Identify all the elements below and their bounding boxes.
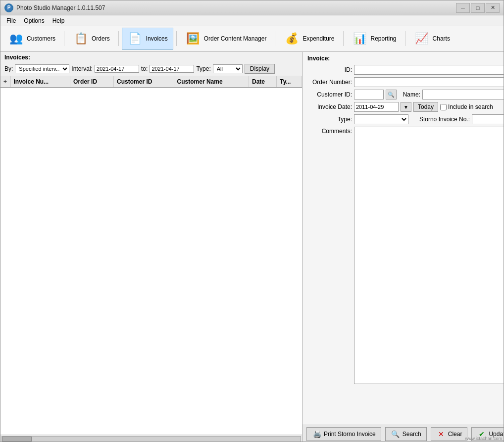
- toolbar-label-reporting: Reporting: [371, 35, 397, 42]
- horizontal-scrollbar[interactable]: [0, 435, 302, 442]
- toolbar-icon-order-content-manager: 🖼️: [185, 31, 201, 47]
- toolbar-divider-4: [343, 31, 344, 46]
- toolbar-divider-1: [118, 31, 119, 46]
- toolbar-label-orders: Orders: [92, 35, 110, 42]
- order-number-input[interactable]: [354, 77, 504, 87]
- col-expand[interactable]: +: [0, 76, 10, 88]
- toolbar-btn-orders[interactable]: 📋 Orders: [67, 28, 115, 49]
- toolbar-label-expenditure: Expenditure: [302, 35, 334, 42]
- filter-bar: By: Specified interv... Interval: to: Ty…: [0, 62, 302, 76]
- toolbar-icon-charts: 📈: [414, 31, 430, 47]
- toolbar-icon-customers: 👥: [8, 31, 24, 47]
- search-button[interactable]: 🔍 Search: [385, 427, 427, 441]
- invoice-section-title: Invoice:: [307, 55, 504, 62]
- order-number-row: Order Number: 🔍: [307, 77, 504, 87]
- table-header-row: + Invoice Nu... Order ID Customer ID Cus…: [0, 76, 302, 88]
- invoices-header: Invoices:: [0, 52, 302, 62]
- invoice-date-row: Invoice Date: ▼ Today Include in search: [307, 102, 504, 112]
- toolbar-divider-5: [405, 31, 405, 46]
- titlebar: P Photo Studio Manager 1.0.11.507 ─ □ ✕: [0, 0, 504, 15]
- toolbar-label-order-content-manager: Order Content Manager: [204, 35, 267, 42]
- close-button[interactable]: ✕: [486, 3, 500, 13]
- customer-search-icon-btn[interactable]: 🔍: [386, 90, 397, 99]
- comments-textarea[interactable]: [354, 127, 504, 384]
- comments-label: Comments:: [307, 127, 352, 135]
- display-button[interactable]: Display: [245, 64, 275, 74]
- toolbar-icon-invoices: 📄: [127, 31, 143, 47]
- customer-id-input[interactable]: [354, 90, 384, 99]
- toolbar-divider-2: [176, 31, 177, 46]
- customer-id-row: Customer ID: 🔍 Name:: [307, 90, 504, 99]
- toolbar-divider-0: [64, 31, 64, 46]
- clear-icon: ✕: [436, 429, 446, 439]
- toolbar-label-customers: Customers: [27, 35, 55, 42]
- id-label: ID:: [307, 66, 352, 73]
- toolbar-divider-3: [275, 31, 275, 46]
- minimize-button[interactable]: ─: [456, 3, 470, 13]
- invoice-section: Invoice: ID: Order Number: 🔍 Customer ID…: [302, 52, 504, 425]
- filter-type-select[interactable]: All: [213, 64, 243, 73]
- filter-interval-label: Interval:: [71, 65, 93, 72]
- toolbar-label-charts: Charts: [433, 35, 450, 42]
- toolbar-icon-reporting: 📊: [352, 31, 368, 47]
- toolbar-btn-invoices[interactable]: 📄 Invoices: [122, 28, 173, 49]
- maximize-button[interactable]: □: [471, 3, 485, 13]
- menu-file[interactable]: File: [2, 16, 20, 25]
- filter-date-to[interactable]: [150, 65, 194, 73]
- scroll-track[interactable]: [1, 436, 301, 442]
- customer-id-label: Customer ID:: [307, 91, 352, 98]
- col-customer-name[interactable]: Customer Name: [174, 76, 249, 88]
- invoices-table: + Invoice Nu... Order ID Customer ID Cus…: [0, 76, 302, 88]
- right-panel: Invoice: ID: Order Number: 🔍 Customer ID…: [302, 52, 504, 442]
- col-customer-id[interactable]: Customer ID: [114, 76, 174, 88]
- filter-date-from[interactable]: [95, 65, 139, 73]
- main: Invoices: By: Specified interv... Interv…: [0, 52, 504, 442]
- invoices-title: Invoices:: [4, 54, 30, 61]
- col-order-id[interactable]: Order ID: [70, 76, 114, 88]
- toolbar-icon-orders: 📋: [73, 31, 89, 47]
- order-number-label: Order Number:: [307, 79, 352, 86]
- filter-by-label: By:: [4, 65, 13, 72]
- col-invoice-num[interactable]: Invoice Nu...: [10, 76, 70, 88]
- include-in-search-label: Include in search: [440, 103, 493, 110]
- toolbar-btn-charts[interactable]: 📈 Charts: [408, 28, 455, 49]
- action-bar: 🖨️ Print Storno Invoice 🔍 Search ✕ Clear…: [302, 425, 504, 442]
- print-icon: 🖨️: [312, 429, 322, 439]
- today-button[interactable]: Today: [413, 102, 438, 112]
- invoice-date-label: Invoice Date:: [307, 103, 352, 110]
- name-label: Name:: [399, 91, 420, 98]
- comments-row: Comments:: [307, 127, 504, 384]
- filter-type-label: Type:: [196, 65, 210, 72]
- menubar: File Options Help: [0, 15, 504, 26]
- search-icon: 🔍: [391, 429, 401, 439]
- storno-input[interactable]: [472, 114, 504, 124]
- toolbar-icon-expenditure: 💰: [284, 31, 300, 47]
- col-type[interactable]: Ty...: [277, 76, 302, 88]
- toolbar: 👥 Customers 📋 Orders 📄 Invoices 🖼️ Order…: [0, 26, 504, 52]
- clear-button[interactable]: ✕ Clear: [431, 427, 468, 441]
- toolbar-btn-order-content-manager[interactable]: 🖼️ Order Content Manager: [180, 28, 272, 49]
- id-row: ID:: [307, 65, 504, 75]
- calendar-icon-btn[interactable]: ▼: [401, 102, 411, 112]
- table-container: + Invoice Nu... Order ID Customer ID Cus…: [0, 76, 302, 435]
- toolbar-btn-reporting[interactable]: 📊 Reporting: [347, 28, 402, 49]
- app-icon: P: [4, 3, 13, 12]
- invoice-date-input[interactable]: [354, 102, 399, 112]
- id-input[interactable]: [354, 65, 504, 75]
- scroll-thumb[interactable]: [2, 437, 32, 442]
- toolbar-btn-customers[interactable]: 👥 Customers: [2, 28, 61, 49]
- filter-to-label: to:: [141, 65, 148, 72]
- name-input[interactable]: [422, 90, 504, 99]
- filter-by-select[interactable]: Specified interv...: [15, 64, 69, 73]
- update-button[interactable]: ✔ Update: [471, 427, 504, 441]
- menu-options[interactable]: Options: [20, 16, 48, 25]
- print-storno-button[interactable]: 🖨️ Print Storno Invoice: [306, 427, 381, 441]
- type-label: Type:: [307, 116, 352, 123]
- include-in-search-checkbox[interactable]: [440, 104, 447, 110]
- window-controls: ─ □ ✕: [456, 3, 500, 13]
- update-icon: ✔: [477, 429, 487, 439]
- type-select[interactable]: [354, 114, 408, 124]
- menu-help[interactable]: Help: [49, 16, 69, 25]
- toolbar-btn-expenditure[interactable]: 💰 Expenditure: [278, 28, 340, 49]
- col-date[interactable]: Date: [249, 76, 276, 88]
